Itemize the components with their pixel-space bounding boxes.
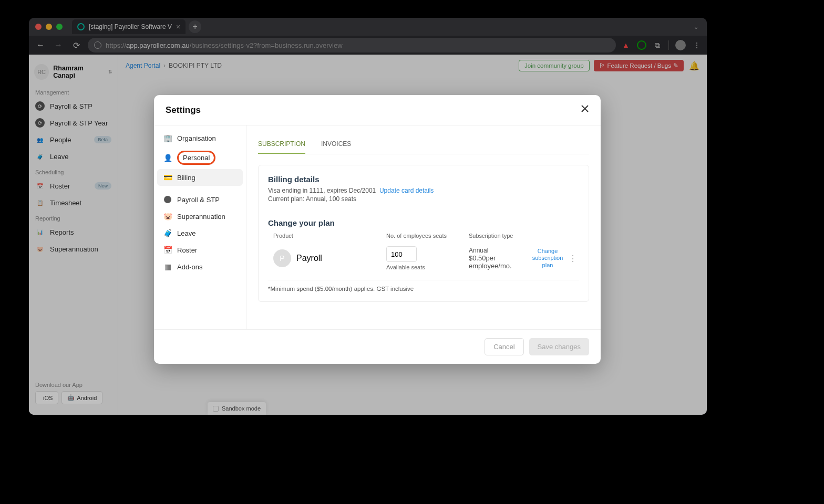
tab-invoices[interactable]: INVOICES xyxy=(321,133,351,154)
close-icon xyxy=(581,104,589,113)
plan-info: Current plan: Annual, 100 seats xyxy=(268,195,579,203)
person-icon: 👤 xyxy=(163,154,172,162)
change-plan-heading: Change your plan xyxy=(268,218,579,227)
payroll-icon xyxy=(163,195,172,204)
settings-nav-billing[interactable]: 💳 Billing xyxy=(157,169,243,186)
settings-nav-addons[interactable]: ▦ Add-ons xyxy=(157,258,243,275)
piggy-icon: 🐷 xyxy=(163,212,172,220)
col-seats: No. of employees seats xyxy=(386,233,469,239)
product-letter-icon: P xyxy=(273,249,291,267)
plan-row: P Payroll Available seats Annual $0.50pe… xyxy=(268,243,579,274)
save-button[interactable]: Save changes xyxy=(529,338,589,355)
settings-nav-superannuation[interactable]: 🐷 Superannuation xyxy=(157,208,243,225)
close-button[interactable] xyxy=(581,104,589,116)
card-info: Visa ending in 1111, expires Dec/2001 xyxy=(268,187,376,194)
sub-type-price: $0.50per employee/mo. xyxy=(469,254,532,270)
building-icon: 🏢 xyxy=(163,134,172,142)
calendar-icon: 📅 xyxy=(163,246,172,254)
change-plan-link[interactable]: Change subscription plan xyxy=(532,248,563,269)
col-sub-type: Subscription type xyxy=(469,233,532,239)
highlight-annotation: Personal xyxy=(177,151,215,165)
sub-type-name: Annual xyxy=(469,247,532,254)
tab-subscription[interactable]: SUBSCRIPTION xyxy=(258,133,305,154)
update-card-link[interactable]: Update card details xyxy=(379,187,434,194)
more-options-icon[interactable]: ⋮ xyxy=(563,254,577,264)
settings-nav-payroll-stp[interactable]: Payroll & STP xyxy=(157,191,243,208)
card-icon: 💳 xyxy=(163,173,172,182)
modal-title: Settings xyxy=(166,105,201,116)
settings-nav-organisation[interactable]: 🏢 Organisation xyxy=(157,130,243,146)
available-seats-label: Available seats xyxy=(386,264,469,270)
settings-modal: Settings 🏢 Organisation 👤 Personal 💳 Bil… xyxy=(154,95,601,364)
cancel-button[interactable]: Cancel xyxy=(485,338,523,355)
col-product: Product xyxy=(273,233,386,239)
settings-content: SUBSCRIPTION INVOICES Billing details Vi… xyxy=(246,125,601,329)
seats-input[interactable] xyxy=(386,246,417,262)
grid-icon: ▦ xyxy=(163,262,172,271)
product-name: Payroll xyxy=(296,254,322,263)
settings-nav-leave[interactable]: 🧳 Leave xyxy=(157,225,243,242)
settings-sidebar: 🏢 Organisation 👤 Personal 💳 Billing Payr… xyxy=(154,125,246,329)
billing-card: Billing details Visa ending in 1111, exp… xyxy=(258,165,589,302)
settings-nav-personal[interactable]: 👤 Personal xyxy=(157,146,243,169)
footnote: *Minimum spend ($5.00/month) applies. GS… xyxy=(268,280,579,292)
briefcase-icon: 🧳 xyxy=(163,229,172,237)
billing-heading: Billing details xyxy=(268,175,579,184)
settings-nav-roster[interactable]: 📅 Roster xyxy=(157,242,243,258)
